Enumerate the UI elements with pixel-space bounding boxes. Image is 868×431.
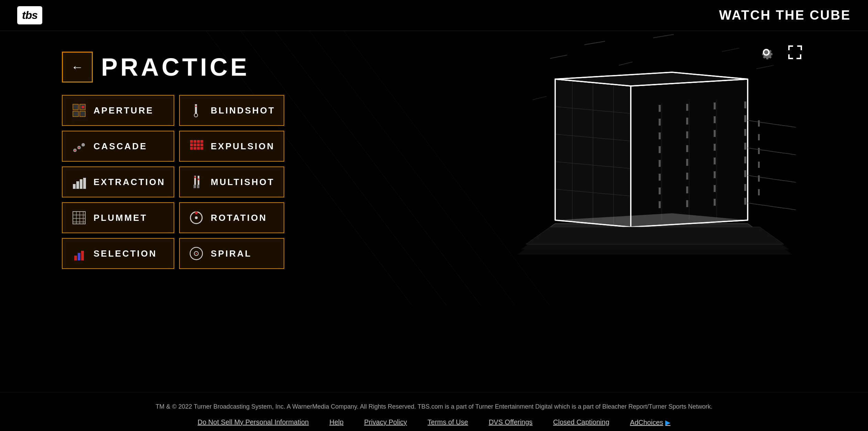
blindshot-icon [188,102,205,119]
svg-line-132 [748,148,796,155]
cube-visualization [497,52,806,265]
svg-rect-28 [197,140,200,143]
svg-rect-125 [758,120,760,127]
svg-rect-108 [744,170,746,177]
right-panel [261,52,806,265]
svg-point-63 [196,253,197,254]
svg-rect-82 [659,146,661,153]
multishot-icon [188,174,205,190]
game-grid: APERTURE BLINDSHOT [62,95,261,269]
extraction-button[interactable]: EXTRACTION [62,166,174,197]
svg-rect-85 [659,187,661,194]
svg-rect-89 [686,131,688,138]
svg-point-20 [195,106,197,107]
multishot-button[interactable]: MULTISHOT [179,166,284,197]
rotation-button[interactable]: ROTATION [179,202,284,233]
svg-rect-47 [197,185,199,188]
footer: TM & © 2022 Turner Broadcasting System, … [0,392,868,431]
svg-rect-79 [659,105,661,112]
header: tbs WATCH THE CUBE [0,0,868,31]
footer-copyright: TM & © 2022 Turner Broadcasting System, … [34,402,834,411]
plummet-button[interactable]: PLUMMET [62,202,174,233]
svg-rect-33 [200,143,203,146]
expulsion-label: EXPULSION [211,141,275,152]
practice-title: PRACTICE [101,53,250,81]
svg-line-131 [748,120,796,127]
svg-rect-98 [714,144,716,151]
selection-button[interactable]: SELECTION [62,238,174,269]
adchoices-icon: ▶ [665,418,670,427]
svg-rect-26 [190,140,193,143]
adchoices-link[interactable]: AdChoices ▶ [630,418,671,427]
svg-line-9 [722,48,739,52]
selection-icon [71,245,87,262]
svg-rect-97 [714,130,716,137]
expulsion-icon [188,138,205,154]
cube-container [497,52,806,265]
rotation-label: ROTATION [211,213,267,223]
svg-rect-93 [686,186,688,193]
svg-rect-104 [744,115,746,122]
cascade-icon [71,138,87,154]
svg-rect-126 [758,134,760,140]
svg-rect-35 [194,147,196,150]
svg-rect-13 [73,104,78,110]
svg-point-57 [195,212,198,214]
cascade-button[interactable]: CASCADE [62,131,174,162]
help-link[interactable]: Help [329,418,343,427]
svg-point-44 [194,176,196,178]
aperture-icon [71,102,87,119]
footer-links: Do Not Sell My Personal Information Help… [34,418,834,427]
selection-label: SELECTION [94,248,157,259]
blindshot-button[interactable]: BLINDSHOT [179,95,284,126]
svg-rect-87 [686,104,688,111]
fullscreen-button[interactable] [784,41,806,63]
terms-of-use-link[interactable]: Terms of Use [428,418,468,427]
dvs-offerings-link[interactable]: DVS Offerings [489,418,532,427]
svg-rect-58 [74,256,77,260]
svg-rect-31 [194,143,196,146]
svg-rect-102 [714,199,716,206]
spiral-button[interactable]: SPIRAL [179,238,284,269]
aperture-label: APERTURE [94,105,154,116]
svg-rect-29 [200,140,203,143]
svg-point-24 [74,150,76,151]
svg-rect-129 [758,175,760,182]
plummet-icon [71,209,87,226]
tbs-logo: tbs [17,6,42,24]
privacy-policy-link[interactable]: Privacy Policy [364,418,407,427]
spiral-label: SPIRAL [211,248,252,259]
do-not-sell-link[interactable]: Do Not Sell My Personal Information [198,418,309,427]
svg-rect-43 [198,176,199,185]
back-button[interactable]: ← [62,52,93,83]
svg-rect-30 [190,143,193,146]
svg-rect-90 [686,145,688,152]
svg-rect-94 [686,200,688,207]
svg-rect-95 [714,103,716,109]
svg-rect-130 [758,189,760,195]
svg-rect-92 [686,173,688,180]
svg-rect-88 [686,118,688,125]
svg-rect-107 [744,157,746,163]
svg-rect-80 [659,119,661,126]
svg-rect-32 [197,143,200,146]
svg-rect-37 [200,147,203,150]
left-panel: ← PRACTICE APERTURE [62,52,261,269]
svg-rect-15 [73,111,78,117]
watch-the-cube-button[interactable]: WATCH THE CUBE [719,8,851,23]
extraction-icon [71,174,87,190]
svg-rect-59 [78,253,80,260]
svg-rect-101 [714,185,716,192]
svg-rect-84 [659,174,661,181]
expulsion-button[interactable]: EXPULSION [179,131,284,162]
svg-rect-16 [80,111,85,117]
svg-line-134 [748,203,796,210]
svg-rect-39 [76,181,79,189]
practice-header: ← PRACTICE [62,52,261,83]
closed-captioning-link[interactable]: Closed Captioning [553,418,609,427]
aperture-button[interactable]: APERTURE [62,95,174,126]
svg-marker-124 [526,227,784,244]
blindshot-label: BLINDSHOT [211,105,275,116]
settings-button[interactable] [755,41,777,63]
svg-rect-96 [714,116,716,123]
